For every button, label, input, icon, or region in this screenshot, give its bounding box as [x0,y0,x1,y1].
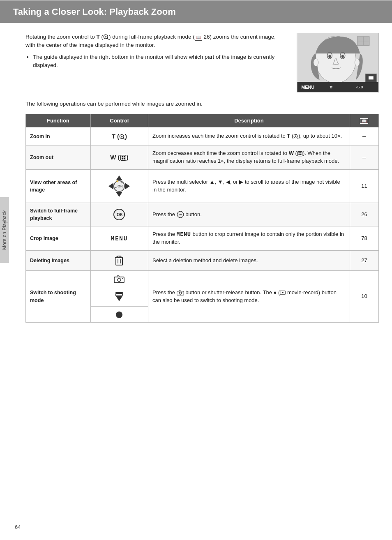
description-cell: Press the MENU button to crop current im… [148,226,350,251]
trash-icon [114,255,124,266]
control-cell [90,271,148,323]
svg-rect-52 [116,258,122,265]
svg-marker-62 [115,295,123,301]
table-row: Switch to full-frame playback OK Press t… [26,203,379,226]
svg-marker-70 [282,292,284,293]
th-function: Function [26,114,91,127]
description-cell: Press the button or shutter-release butt… [148,271,350,323]
svg-rect-29 [120,155,126,161]
svg-text:MENU: MENU [301,85,314,90]
table-row: View other areas of image [26,170,379,203]
main-content: Rotating the zoom control to T () during… [9,23,392,336]
description-cell: Zoom decreases each time the zoom contro… [148,145,350,170]
page-cell: – [350,145,378,170]
svg-rect-31 [123,156,125,157]
svg-rect-30 [122,156,123,157]
function-cell: Switch to shooting mode [26,271,91,323]
ok-button-icon: OK [113,208,125,221]
zoom-in-control: T () [112,133,127,140]
zoom-out-control: W () [110,154,128,161]
control-cell: ⚡ ☆ ↩ OK [90,170,148,203]
control-cell: T () [90,127,148,145]
operations-table: Function Control Description 📖 Zoom in T… [25,114,379,323]
function-cell: View other areas of image [26,170,91,203]
page-number: 64 [15,524,21,530]
page-cell: 11 [350,170,378,203]
svg-line-22 [123,138,125,140]
svg-point-64 [116,312,122,318]
table-row: Switch to shooting mode [26,271,379,323]
shoot-icons [91,271,148,322]
svg-line-1 [107,38,109,40]
function-cell: Deleting Images [26,251,91,271]
svg-rect-60 [117,276,119,277]
svg-rect-63 [115,292,123,294]
svg-marker-41 [108,183,113,189]
function-cell: Zoom out [26,145,91,170]
intro-section: Rotating the zoom control to T () during… [25,33,379,92]
table-row: Zoom out W () Zoom decreases each time t… [26,145,379,170]
svg-rect-33 [123,158,125,159]
page-cell: – [350,127,378,145]
svg-point-10 [314,59,318,66]
intro-text: Rotating the zoom control to T () during… [25,33,287,92]
svg-text:OK: OK [118,184,123,188]
svg-rect-67 [179,291,180,291]
multi-selector-icon: ⚡ ☆ ↩ OK [107,174,131,198]
svg-text:-5.0: -5.0 [356,85,363,89]
svg-rect-34 [297,151,302,156]
svg-text:⚡: ⚡ [116,180,119,183]
table-row: Crop image MENU Press the MENU button to… [26,226,379,251]
svg-point-59 [118,278,121,282]
page-cell: 78 [350,226,378,251]
svg-rect-38 [300,154,302,155]
menu-control: MENU [111,235,128,242]
svg-line-26 [297,137,298,138]
page-cell: 10 [350,271,378,323]
page-cell: 26 [350,203,378,226]
sidebar-tab: More on Playback [0,197,9,263]
description-cell: Zoom increases each time the zoom contro… [148,127,350,145]
description-cell: Press the OK button. [148,203,350,226]
svg-text:✿: ✿ [330,85,333,89]
svg-marker-40 [116,192,122,197]
page-header: Taking a Closer Look: Playback Zoom [0,0,392,23]
movie-record-icon-cell [91,287,148,307]
following-text: The following operations can be performe… [25,100,379,108]
svg-marker-42 [125,183,130,189]
control-cell: W () [90,145,148,170]
svg-rect-32 [122,158,123,159]
function-cell: Crop image [26,226,91,251]
control-cell: MENU [90,226,148,251]
svg-point-7 [328,55,331,58]
page-cell: 27 [350,251,378,271]
svg-text:OK: OK [179,214,183,216]
th-description: Description [148,114,350,127]
svg-rect-17 [369,76,374,80]
function-cell: Switch to full-frame playback [26,203,91,226]
camera-icon-cell [91,271,148,287]
svg-rect-68 [182,292,183,292]
svg-text:OK: OK [117,212,123,217]
intro-paragraph: Rotating the zoom control to T () during… [25,33,287,50]
table-row: Zoom in T () Zoom increases each time th… [26,127,379,145]
function-cell: Zoom in [26,127,91,145]
svg-rect-37 [298,154,300,155]
circle-icon-cell [91,307,148,322]
th-control: Control [90,114,148,127]
svg-point-66 [179,292,182,295]
camera-screen-image: MENU ✿ -5.0 [297,33,379,92]
svg-rect-61 [122,278,123,279]
page-title: Taking a Closer Look: Playback Zoom [13,7,379,17]
sidebar-label: More on Playback [2,210,7,250]
control-cell: OK [90,203,148,226]
svg-point-9 [341,55,344,58]
svg-rect-36 [300,152,302,154]
th-page: 📖 [350,114,378,127]
svg-point-11 [355,59,360,66]
intro-bullets: The guide displayed in the right bottom … [33,53,287,70]
description-cell: Press the multi selector ▲, ▼, ◀, or ▶ t… [148,170,350,203]
svg-rect-35 [298,152,300,154]
control-cell [90,251,148,271]
table-row: Deleting Images Select a deletion metho [26,251,379,271]
